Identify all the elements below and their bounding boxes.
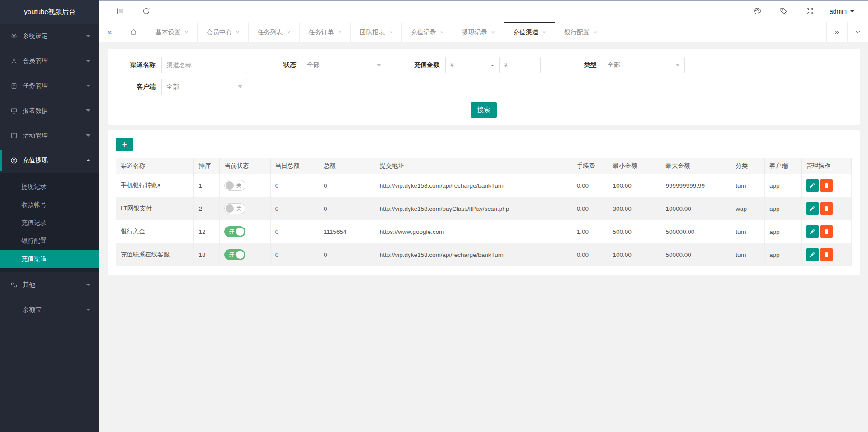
top-header: admin	[99, 0, 868, 22]
search-button[interactable]: 搜索	[471, 102, 497, 118]
tabs-menu-button[interactable]	[847, 22, 868, 42]
close-icon[interactable]: ×	[491, 29, 495, 35]
tab-withdraw-records[interactable]: 提现记录×	[453, 22, 504, 42]
cell-daily-total: 0	[270, 197, 319, 220]
sidebar-item-withdraw-records[interactable]: 提现记录	[0, 177, 99, 195]
sidebar-item-recharge-channels[interactable]: 充值渠道	[0, 250, 99, 268]
status-toggle[interactable]: 开	[224, 226, 245, 237]
col-category: 分类	[731, 158, 765, 174]
tab-label: 银行配置	[564, 28, 590, 37]
close-icon[interactable]: ×	[542, 29, 546, 35]
sidebar-item-other[interactable]: 其他	[0, 272, 99, 297]
pencil-icon	[809, 205, 816, 212]
cell-category: turn	[731, 243, 765, 266]
sidebar-item-label: 活动管理	[23, 132, 86, 140]
book-icon	[10, 132, 18, 139]
close-icon[interactable]: ×	[389, 29, 393, 35]
add-channel-button[interactable]: +	[116, 138, 133, 151]
close-icon[interactable]: ×	[440, 29, 444, 35]
status-select-value: 全部	[307, 61, 320, 69]
filter-status: 状态 全部	[283, 57, 386, 73]
cell-channel-name: 银行入金	[116, 220, 194, 243]
close-icon[interactable]: ×	[236, 29, 240, 35]
delete-button[interactable]	[820, 225, 833, 238]
edit-button[interactable]	[806, 179, 819, 192]
sidebar-item-activities[interactable]: 活动管理	[0, 123, 99, 148]
sidebar-item-label: 余额宝	[23, 306, 86, 314]
chevron-down-icon	[86, 109, 90, 112]
palette-icon[interactable]	[750, 4, 765, 19]
delete-button[interactable]	[820, 202, 833, 215]
sidebar-item-yuebao[interactable]: 余额宝	[0, 297, 99, 322]
tab-recharge-records[interactable]: 充值记录×	[402, 22, 453, 42]
sidebar-item-reports[interactable]: 报表数据	[0, 98, 99, 123]
chevron-down-icon	[238, 85, 242, 88]
cell-total: 0	[319, 197, 375, 220]
amount-max-input[interactable]	[499, 57, 541, 73]
chevron-down-icon	[86, 60, 90, 62]
user-menu[interactable]: admin	[830, 8, 854, 15]
sidebar-item-label: 任务管理	[23, 82, 86, 90]
chevron-down-icon	[86, 309, 90, 311]
cell-submit-url: http://vip.dyke158.com/payClass/ltPay/sc…	[375, 197, 572, 220]
tag-icon[interactable]	[776, 4, 792, 19]
table-row: 银行入金 12 开 0 1115654 https://www.google.c…	[116, 220, 852, 243]
tab-task-list[interactable]: 任务列表×	[249, 22, 300, 42]
sidebar-item-recharge-records[interactable]: 充值记录	[0, 214, 99, 232]
cell-min-amount: 100.00	[608, 174, 661, 197]
edit-button[interactable]	[806, 225, 819, 238]
sidebar-item-label: 其他	[23, 281, 86, 289]
type-select[interactable]: 全部	[603, 57, 685, 73]
tab-basic-settings[interactable]: 基本设置×	[146, 22, 198, 42]
cell-submit-url: http://vip.dyke158.com/api/recharge/bank…	[375, 243, 572, 266]
delete-button[interactable]	[820, 248, 833, 261]
toggle-label: 关	[236, 182, 241, 190]
status-select[interactable]: 全部	[302, 57, 386, 73]
sidebar-item-members[interactable]: 会员管理	[0, 48, 99, 73]
channels-table: 渠道名称 排序 当前状态 当日总额 总额 提交地址 手续费 最小金额 最大金额 …	[116, 158, 852, 266]
cell-category: wap	[731, 197, 765, 220]
status-toggle[interactable]: 开	[224, 249, 245, 260]
active-indicator	[0, 150, 2, 171]
close-icon[interactable]: ×	[185, 29, 189, 35]
collapse-sidebar-icon[interactable]	[112, 4, 127, 19]
close-icon[interactable]: ×	[594, 29, 597, 35]
sidebar-item-system[interactable]: 系统设定	[0, 24, 99, 48]
tab-label: 提现记录	[462, 28, 487, 37]
delete-button[interactable]	[820, 179, 833, 192]
tabs-scroll-left-button[interactable]: «	[99, 22, 120, 42]
close-icon[interactable]: ×	[338, 29, 342, 35]
cell-daily-total: 0	[270, 174, 319, 197]
tab-member-center[interactable]: 会员中心×	[198, 22, 249, 42]
edit-button[interactable]	[806, 248, 819, 261]
tabs-scroll-right-button[interactable]: »	[826, 22, 847, 42]
close-icon[interactable]: ×	[287, 29, 291, 35]
toggle-knob	[236, 251, 244, 259]
cell-max-amount: 10000.00	[661, 197, 731, 220]
cell-actions	[802, 243, 852, 266]
sidebar-item-bank-config[interactable]: 银行配置	[0, 232, 99, 250]
col-fee: 手续费	[572, 158, 608, 174]
sidebar-item-tasks[interactable]: 任务管理	[0, 73, 99, 98]
status-toggle[interactable]: 关	[224, 203, 245, 214]
username: admin	[830, 8, 847, 15]
tab-team-report[interactable]: 团队报表×	[351, 22, 402, 42]
fullscreen-icon[interactable]	[802, 4, 818, 19]
channel-name-input[interactable]	[161, 57, 247, 73]
cell-sort: 2	[194, 197, 220, 220]
tab-recharge-channels[interactable]: 充值渠道×	[504, 22, 555, 42]
home-tab[interactable]	[120, 22, 146, 42]
status-toggle[interactable]: 关	[224, 180, 245, 191]
client-select[interactable]: 全部	[161, 79, 247, 95]
cell-client: app	[764, 197, 801, 220]
refresh-icon[interactable]	[138, 4, 154, 19]
amount-min-input[interactable]	[445, 57, 486, 73]
sidebar-item-receiving-accounts[interactable]: 收款帐号	[0, 195, 99, 214]
tab-bank-config[interactable]: 银行配置×	[555, 22, 606, 42]
toggle-knob	[226, 181, 234, 190]
col-daily-total: 当日总额	[270, 158, 319, 174]
sidebar-item-recharge-withdraw[interactable]: 充值提现	[0, 148, 99, 173]
edit-button[interactable]	[806, 202, 819, 215]
tab-task-orders[interactable]: 任务订单×	[300, 22, 351, 42]
sidebar-item-label: 会员管理	[23, 57, 86, 65]
